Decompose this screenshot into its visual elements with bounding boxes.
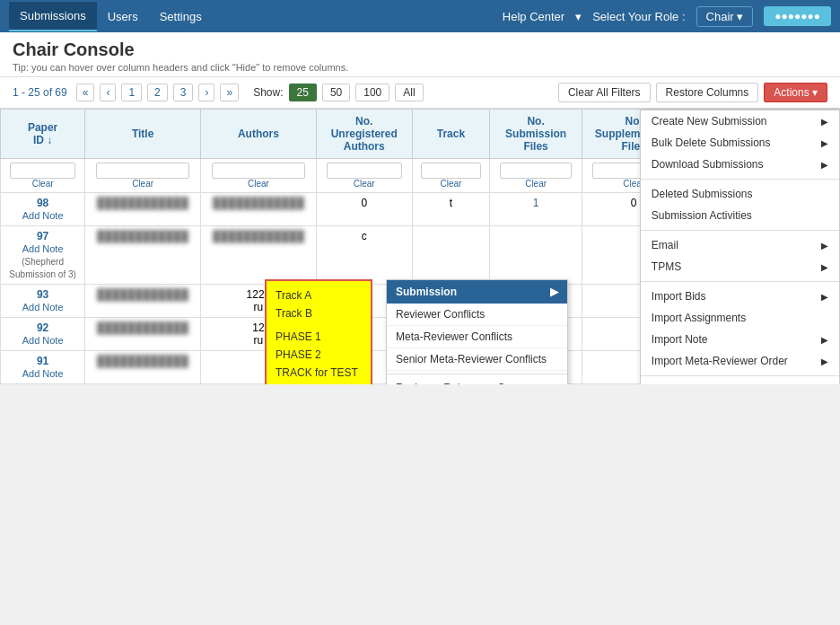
clear-title[interactable]: Clear: [91, 179, 195, 189]
menu-item-import-meta-reviewer-order[interactable]: Import Meta-Reviewer Order▶: [641, 350, 839, 372]
menu-arrow: ▶: [821, 138, 828, 148]
clear-track[interactable]: Clear: [418, 179, 485, 189]
track-option[interactable]: PHASE 2: [276, 346, 362, 364]
col-authors: Authors: [201, 110, 317, 159]
toolbar-wrapper: 1 - 25 of 69 « ‹ 1 2 3 › » Show: 25 50 1…: [0, 77, 840, 109]
track-option[interactable]: Track B: [276, 304, 362, 322]
paper-id-98[interactable]: 98: [37, 197, 48, 209]
menu-item-export-to-excel[interactable]: Export to Excel▶: [641, 380, 839, 384]
help-center-link[interactable]: Help Center: [503, 10, 564, 23]
user-menu[interactable]: ●●●●●●●: [764, 6, 831, 26]
submission-divider: [387, 374, 567, 374]
pagination-last[interactable]: »: [220, 84, 239, 101]
pagination-page-1[interactable]: 1: [121, 84, 142, 101]
nav-settings[interactable]: Settings: [149, 3, 213, 31]
show-100[interactable]: 100: [355, 84, 389, 101]
submission-menu-item[interactable]: Meta-Reviewer Conflicts: [387, 326, 567, 348]
submission-menu-item[interactable]: Reviewer Conflicts: [387, 304, 567, 326]
filter-authors[interactable]: [212, 163, 305, 179]
toolbar: 1 - 25 of 69 « ‹ 1 2 3 › » Show: 25 50 1…: [0, 77, 840, 109]
title-97: ████████████: [97, 230, 188, 242]
page-header: Chair Console Tip: you can hover over co…: [0, 32, 840, 77]
show-all[interactable]: All: [395, 84, 423, 101]
filter-unregistered[interactable]: [327, 163, 402, 179]
filter-paper-id[interactable]: [10, 163, 75, 179]
filter-title[interactable]: [96, 163, 189, 179]
toolbar-right: Clear All Filters Restore Columns Action…: [558, 83, 827, 102]
col-unregistered: No.UnregisteredAuthors: [316, 110, 412, 159]
add-note-91[interactable]: Add Note: [22, 368, 64, 379]
clear-paper-id[interactable]: Clear: [6, 179, 79, 189]
title-92: ████████████: [97, 321, 188, 334]
show-label: Show:: [253, 86, 283, 99]
track-option[interactable]: TEST TRACK 2: [276, 382, 362, 384]
paper-id-97[interactable]: 97: [37, 230, 48, 242]
restore-columns[interactable]: Restore Columns: [656, 83, 759, 102]
submission-items-container: Reviewer ConflictsMeta-Reviewer Conflict…: [387, 304, 567, 384]
top-navigation: Submissions Users Settings Help Center ▾…: [0, 0, 840, 32]
title-91: ████████████: [97, 355, 188, 367]
role-label: Select Your Role :: [592, 10, 685, 23]
paper-id-91[interactable]: 91: [37, 355, 48, 367]
track-option[interactable]: TRACK for TEST: [276, 364, 362, 382]
menu-divider: [641, 375, 839, 376]
nav-submissions[interactable]: Submissions: [9, 2, 97, 31]
menu-item-bulk-delete-submissions[interactable]: Bulk Delete Submissions▶: [641, 132, 839, 154]
menu-item-email[interactable]: Email▶: [641, 234, 839, 256]
add-note-93[interactable]: Add Note: [22, 302, 64, 312]
clear-unregistered[interactable]: Clear: [322, 179, 407, 189]
pagination-prev[interactable]: ‹: [100, 84, 116, 101]
add-note-98[interactable]: Add Note: [22, 210, 64, 221]
pagination-first[interactable]: «: [76, 84, 95, 101]
menu-item-import-note[interactable]: Import Note▶: [641, 329, 839, 350]
add-note-92[interactable]: Add Note: [22, 335, 64, 346]
show-50[interactable]: 50: [322, 84, 350, 101]
col-title: Title: [85, 110, 201, 159]
paper-id-92[interactable]: 92: [37, 321, 48, 334]
menu-arrow: ▶: [821, 335, 828, 345]
menu-item-download-submissions[interactable]: Download Submissions▶: [641, 154, 839, 175]
submission-arrow: ▶: [550, 286, 558, 298]
title-93: ████████████: [97, 288, 188, 301]
pagination-page-2[interactable]: 2: [147, 84, 168, 101]
nav-users[interactable]: Users: [97, 3, 149, 31]
menu-item-tpms[interactable]: TPMS▶: [641, 256, 839, 277]
author-97: ████████████: [213, 230, 304, 242]
menu-item-import-assignments[interactable]: Import Assignments: [641, 307, 839, 329]
show-25[interactable]: 25: [289, 84, 317, 101]
menu-item-create-new-submission[interactable]: Create New Submission▶: [641, 110, 839, 132]
menu-arrow: ▶: [821, 262, 828, 272]
pagination-next[interactable]: ›: [198, 84, 214, 101]
menu-arrow: ▶: [821, 117, 828, 127]
track-option[interactable]: PHASE 1: [276, 328, 362, 346]
menu-item-import-bids[interactable]: Import Bids▶: [641, 286, 839, 307]
role-selector[interactable]: Chair ▾: [696, 6, 754, 27]
shepherd-97: (Shepherd Submission of 3): [9, 257, 75, 279]
actions-dropdown: Create New Submission▶Bulk Delete Submis…: [640, 110, 840, 384]
submission-menu-item[interactable]: Reviewer Relevance Scores: [387, 377, 567, 384]
clear-all-filters[interactable]: Clear All Filters: [558, 83, 651, 102]
track-option[interactable]: Track A: [276, 286, 362, 304]
author-92: 12ru: [252, 321, 264, 347]
menu-divider: [641, 230, 839, 231]
col-track: Track: [412, 110, 490, 159]
actions-button[interactable]: Actions ▾: [764, 83, 827, 102]
paper-id-93[interactable]: 93: [37, 288, 48, 301]
pagination-page-3[interactable]: 3: [173, 84, 194, 101]
filter-track[interactable]: [421, 163, 480, 179]
filter-sub-files[interactable]: [500, 163, 573, 179]
title-98: ████████████: [97, 197, 188, 209]
menu-item-submission-activities[interactable]: Submission Activities: [641, 205, 839, 226]
submission-menu-item[interactable]: Senior Meta-Reviewer Conflicts: [387, 348, 567, 371]
sub-files-98[interactable]: 1: [490, 193, 582, 226]
clear-sub-files[interactable]: Clear: [495, 179, 576, 189]
col-sub-files: No.SubmissionFiles: [490, 110, 582, 159]
track-dropdown-popup: Track ATrack BPHASE 1PHASE 2TRACK for TE…: [265, 279, 372, 384]
submission-submenu: Submission ▶ Reviewer ConflictsMeta-Revi…: [386, 279, 568, 384]
top-nav-right: Help Center ▾ Select Your Role : Chair ▾…: [503, 6, 831, 27]
menu-arrow: ▶: [821, 357, 828, 366]
menu-item-deleted-submissions[interactable]: Deleted Submissions: [641, 183, 839, 205]
pagination-info: 1 - 25 of 69: [13, 86, 67, 99]
add-note-97[interactable]: Add Note: [22, 243, 64, 254]
clear-authors[interactable]: Clear: [206, 179, 311, 189]
